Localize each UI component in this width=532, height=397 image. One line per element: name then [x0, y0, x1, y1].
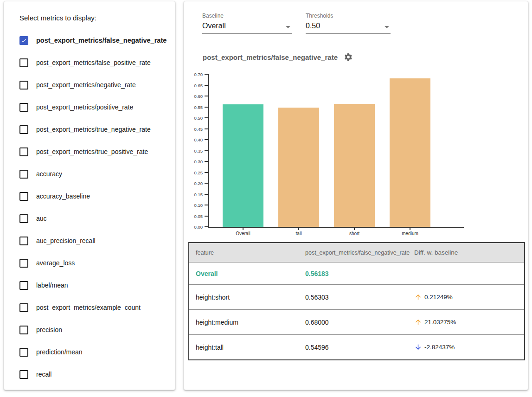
table-row: height:tall0.54596-2.82437%	[189, 334, 524, 359]
metric-label: post_export_metrics/negative_rate	[36, 81, 136, 89]
x-axis-label: short	[327, 231, 382, 236]
metric-checkbox[interactable]	[19, 281, 28, 290]
baseline-select[interactable]: Baseline Overall	[202, 13, 292, 34]
bar-chart: 0.000.050.100.150.200.250.300.350.400.45…	[184, 63, 528, 237]
results-panel: Baseline Overall Thresholds 0.50 post_ex…	[184, 1, 528, 390]
metric-checkbox[interactable]	[19, 259, 28, 268]
bar-medium[interactable]	[390, 78, 430, 227]
x-axis-label: tall	[271, 231, 327, 236]
diff-cell: -2.82437%	[414, 343, 524, 351]
arrow-up-icon	[414, 293, 422, 301]
metric-checkbox[interactable]	[19, 36, 28, 45]
metric-item[interactable]: accuracy_baseline	[19, 185, 168, 207]
y-axis-tick	[205, 205, 208, 205]
thresholds-select-label: Thresholds	[306, 13, 391, 19]
metric-item[interactable]: post_export_metrics/true_positive_rate	[19, 141, 168, 163]
settings-gear-icon[interactable]	[344, 52, 353, 62]
diff-cell: 21.03275%	[414, 318, 524, 326]
metric-label: label/mean	[36, 282, 68, 289]
y-axis-tick-label: 0.60	[194, 94, 203, 99]
x-axis-tick	[243, 227, 244, 230]
metric-label: post_export_metrics/false_negative_rate	[36, 37, 167, 44]
table-header-row: feature post_export_metrics/false_negati…	[189, 243, 524, 262]
metric-label: accuracy_baseline	[36, 192, 90, 200]
diff-cell: 0.21249%	[414, 293, 524, 301]
table-row: Overall0.56183	[189, 262, 524, 284]
y-axis-tick	[205, 183, 208, 184]
value-cell: 0.54596	[305, 344, 414, 351]
arrow-up-icon	[414, 318, 422, 326]
metric-label: accuracy	[36, 170, 62, 178]
metric-selector-title: Select metrics to display:	[19, 14, 168, 22]
metric-checkbox[interactable]	[19, 326, 28, 334]
metric-item[interactable]: recall	[19, 363, 168, 385]
metric-checkbox[interactable]	[19, 58, 28, 67]
chart-title: post_export_metrics/false_negative_rate	[203, 53, 338, 61]
diff-value: 21.03275%	[424, 319, 456, 326]
table-row: height:short0.563030.21249%	[189, 284, 524, 309]
x-axis-label: medium	[382, 231, 438, 236]
y-axis-tick	[205, 161, 208, 162]
y-axis-tick-label: 0.45	[194, 126, 203, 131]
value-cell: 0.56303	[305, 294, 414, 301]
y-axis-tick-label: 0.70	[194, 72, 203, 77]
metric-item[interactable]: accuracy	[19, 163, 168, 185]
y-axis-tick-label: 0.10	[194, 203, 203, 208]
thresholds-select[interactable]: Thresholds 0.50	[306, 13, 391, 34]
metric-item[interactable]: post_export_metrics/false_negative_rate	[19, 29, 168, 51]
metrics-table: feature post_export_metrics/false_negati…	[188, 242, 525, 360]
metric-label: prediction/mean	[36, 348, 83, 356]
bar-tall[interactable]	[278, 108, 319, 227]
metric-label: post_export_metrics/true_positive_rate	[36, 148, 148, 155]
y-axis-tick	[205, 226, 208, 227]
y-axis-tick	[205, 96, 208, 96]
table-body: Overall0.56183height:short0.563030.21249…	[189, 262, 524, 359]
metric-checkbox[interactable]	[19, 214, 28, 223]
metric-item[interactable]: prediction/mean	[19, 341, 168, 363]
check-icon	[21, 38, 27, 44]
metric-checkbox[interactable]	[19, 237, 28, 245]
metric-checkbox[interactable]	[19, 81, 28, 90]
x-axis-tick	[354, 227, 355, 230]
y-axis-tick	[205, 216, 208, 217]
metric-label: post_export_metrics/positive_rate	[36, 103, 133, 111]
diff-value: 0.21249%	[424, 294, 453, 301]
baseline-select-label: Baseline	[202, 13, 292, 19]
feature-cell: height:medium	[189, 319, 305, 326]
metric-item[interactable]: post_export_metrics/example_count	[19, 296, 168, 319]
metric-item[interactable]: precision	[19, 319, 168, 341]
y-axis-tick-label: 0.25	[194, 170, 203, 175]
y-axis-tick-label: 0.05	[194, 213, 203, 218]
metric-item[interactable]: post_export_metrics/true_negative_rate	[19, 118, 168, 141]
plot-area: 0.000.050.100.150.200.250.300.350.400.45…	[208, 74, 464, 228]
metric-item[interactable]: auc_precision_recall	[19, 230, 168, 252]
metric-checkbox[interactable]	[19, 170, 28, 179]
y-axis-tick-label: 0.40	[194, 137, 203, 142]
y-axis-tick	[205, 117, 208, 118]
metric-item[interactable]: post_export_metrics/negative_rate	[19, 74, 168, 96]
y-axis-tick	[205, 172, 208, 173]
y-axis-tick	[205, 107, 208, 108]
metric-checkbox[interactable]	[19, 370, 28, 379]
metric-checkbox[interactable]	[19, 147, 28, 156]
y-axis-tick-label: 0.15	[194, 192, 203, 197]
metric-item[interactable]: auc	[19, 207, 168, 230]
feature-cell: height:short	[189, 294, 305, 301]
metric-item[interactable]: post_export_metrics/positive_rate	[19, 96, 168, 118]
metric-checkbox[interactable]	[19, 348, 28, 357]
y-axis-tick	[205, 74, 208, 75]
bar-Overall[interactable]	[223, 104, 263, 227]
metric-item[interactable]: label/mean	[19, 274, 168, 296]
y-axis-tick	[205, 85, 208, 86]
metric-checkbox[interactable]	[19, 125, 28, 134]
bar-short[interactable]	[334, 104, 375, 227]
metric-checkbox[interactable]	[19, 303, 28, 312]
metric-item[interactable]: post_export_metrics/false_positive_rate	[19, 51, 168, 74]
y-axis-tick-label: 0.55	[194, 104, 203, 109]
header-diff: Diff. w. baseline	[414, 249, 524, 256]
metric-item[interactable]: average_loss	[19, 252, 168, 274]
baseline-select-value: Overall	[202, 22, 226, 30]
metric-checkbox[interactable]	[19, 103, 28, 112]
metric-checkbox[interactable]	[19, 192, 28, 201]
y-axis-tick	[205, 194, 208, 195]
